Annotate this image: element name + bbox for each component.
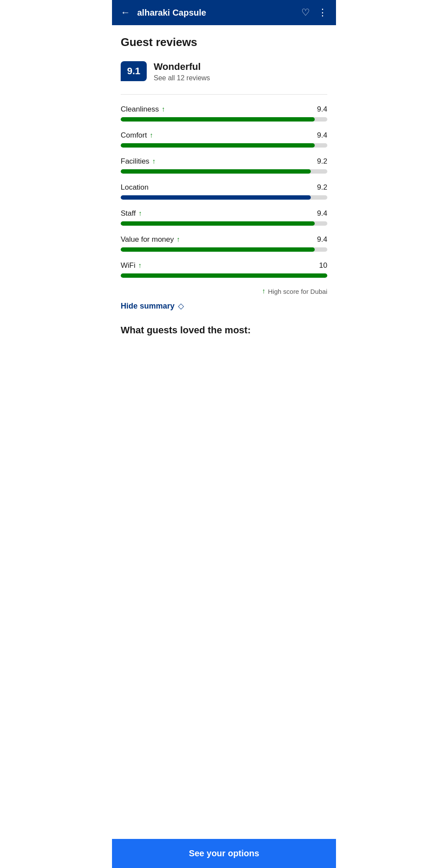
trending-up-icon: ↑	[138, 262, 142, 270]
app-header: ← alharaki Capsule ♡ ⋮	[112, 0, 336, 25]
score-label: Wonderful	[154, 61, 210, 72]
progress-bar-bg	[121, 221, 327, 226]
score-text-block: Wonderful See all 12 reviews	[154, 61, 210, 82]
rating-value: 9.2	[317, 157, 327, 166]
rating-categories: Cleanliness↑9.4Comfort↑9.4Facilities↑9.2…	[121, 105, 327, 278]
rating-label: Cleanliness	[121, 105, 159, 114]
progress-bar-bg	[121, 169, 327, 174]
trending-up-icon: ↑	[177, 236, 180, 243]
hide-summary-row: Hide summary ◇	[121, 301, 327, 311]
progress-bar-fill	[121, 273, 327, 278]
progress-bar-fill	[121, 221, 315, 226]
trending-up-icon: ↑	[138, 210, 142, 217]
rating-value: 9.4	[317, 235, 327, 244]
rating-value: 9.4	[317, 105, 327, 114]
rating-label: Comfort	[121, 131, 147, 140]
rating-item: Location9.2	[121, 183, 327, 200]
rating-value: 9.4	[317, 209, 327, 218]
rating-item: WiFi↑10	[121, 261, 327, 278]
high-score-text: High score for Dubai	[268, 288, 327, 295]
progress-bar-fill	[121, 247, 315, 252]
rating-item: Cleanliness↑9.4	[121, 105, 327, 122]
rating-label: Location	[121, 183, 148, 192]
progress-bar-bg	[121, 273, 327, 278]
rating-value: 10	[319, 261, 327, 270]
rating-label: WiFi	[121, 261, 135, 270]
back-button[interactable]: ←	[121, 7, 130, 18]
header-title: alharaki Capsule	[137, 8, 206, 18]
trending-up-icon: ↑	[161, 105, 165, 113]
rating-label: Staff	[121, 209, 136, 218]
rating-item: Value for money↑9.4	[121, 235, 327, 252]
trending-up-icon: ↑	[152, 158, 155, 165]
heart-icon[interactable]: ♡	[301, 7, 310, 18]
rating-label: Value for money	[121, 235, 174, 244]
progress-bar-bg	[121, 247, 327, 252]
trending-up-icon: ↑	[149, 132, 153, 139]
page-title: Guest reviews	[121, 36, 327, 49]
progress-bar-fill	[121, 143, 315, 148]
main-content: Guest reviews 9.1 Wonderful See all 12 r…	[112, 25, 336, 386]
rating-value: 9.4	[317, 131, 327, 140]
progress-bar-bg	[121, 143, 327, 148]
progress-bar-bg	[121, 195, 327, 200]
rating-item: Comfort↑9.4	[121, 131, 327, 148]
score-badge: 9.1	[121, 61, 147, 81]
progress-bar-fill	[121, 169, 311, 174]
high-score-note: ↑ High score for Dubai	[121, 287, 327, 295]
progress-bar-fill	[121, 195, 311, 200]
hide-summary-button[interactable]: Hide summary	[121, 302, 175, 311]
share-icon[interactable]: ⋮	[318, 7, 327, 18]
score-block: 9.1 Wonderful See all 12 reviews	[121, 61, 327, 82]
loved-section-title: What guests loved the most:	[121, 325, 327, 336]
progress-bar-bg	[121, 117, 327, 122]
high-score-arrow-icon: ↑	[262, 287, 265, 295]
divider	[121, 94, 327, 95]
rating-label: Facilities	[121, 157, 149, 166]
score-reviews[interactable]: See all 12 reviews	[154, 74, 210, 82]
progress-bar-fill	[121, 117, 315, 122]
see-options-button[interactable]: See your options	[112, 839, 336, 868]
header-actions: ♡ ⋮	[301, 7, 327, 18]
rating-value: 9.2	[317, 183, 327, 192]
diamond-icon: ◇	[178, 301, 184, 311]
rating-item: Staff↑9.4	[121, 209, 327, 226]
rating-item: Facilities↑9.2	[121, 157, 327, 174]
